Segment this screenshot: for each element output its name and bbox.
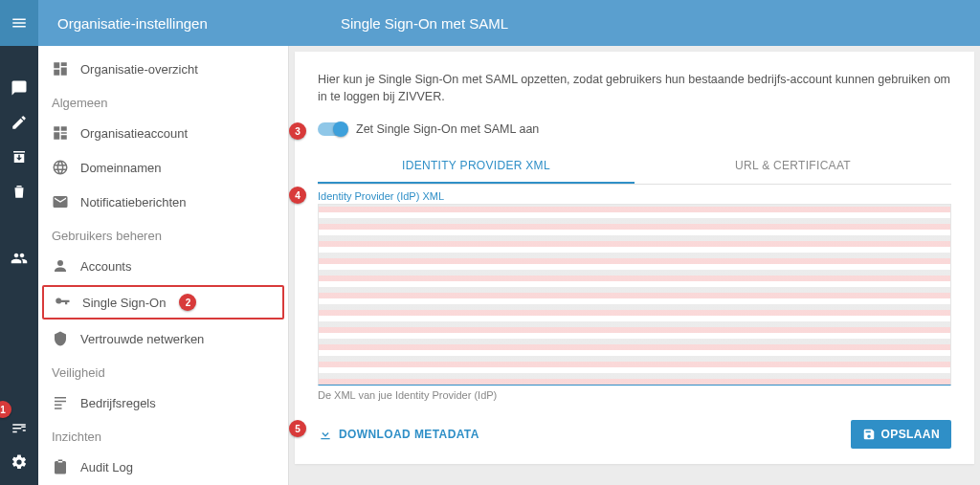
save-button[interactable]: OPSLAAN xyxy=(851,420,951,449)
key-icon xyxy=(54,294,71,311)
person-icon xyxy=(52,257,69,275)
settings-sidebar: Organisatie-overzicht Algemeen Organisat… xyxy=(38,46,289,485)
org-icon xyxy=(52,124,69,142)
download-icon xyxy=(318,427,333,442)
sidebar-item-label: Audit Log xyxy=(80,460,133,474)
save-icon xyxy=(862,428,876,441)
header-right-title: Single Sign-On met SAML xyxy=(322,15,965,32)
rail-tune[interactable]: 1 xyxy=(0,410,38,445)
sidebar-group-insights: Inzichten xyxy=(38,420,288,450)
sso-toggle[interactable] xyxy=(318,122,346,136)
download-label: DOWNLOAD METADATA xyxy=(339,428,479,441)
menu-icon xyxy=(11,14,28,32)
xml-hint: De XML van jue Identity Provider (IdP) xyxy=(318,389,951,401)
rail-settings[interactable] xyxy=(0,445,38,479)
tabs: IDENTITY PROVIDER XML URL & CERTIFICAAT xyxy=(318,149,951,185)
rail-people[interactable] xyxy=(0,241,38,276)
tab-idp-xml[interactable]: IDENTITY PROVIDER XML xyxy=(318,149,635,184)
tab-url-cert[interactable]: URL & CERTIFICAAT xyxy=(635,149,951,184)
rail-compose[interactable] xyxy=(0,105,38,140)
sso-card: Hier kun je Single Sign-On met SAML opze… xyxy=(295,52,974,464)
page-header: Organisatie-instellingen Single Sign-On … xyxy=(38,0,980,46)
intro-text: Hier kun je Single Sign-On met SAML opze… xyxy=(318,71,951,105)
shield-icon xyxy=(52,330,69,347)
badge-4: 4 xyxy=(289,187,306,204)
archive-icon xyxy=(11,148,28,165)
sidebar-item-label: Organisatieaccount xyxy=(80,126,188,141)
trash-icon xyxy=(11,183,28,200)
sidebar-item-notifications[interactable]: Notificatieberichten xyxy=(38,185,288,219)
chat-icon xyxy=(11,79,28,97)
badge-2: 2 xyxy=(179,294,196,311)
badge-1: 1 xyxy=(0,401,11,418)
compose-icon xyxy=(11,114,28,131)
badge-5: 5 xyxy=(289,420,306,437)
sidebar-item-label: Organisatie-overzicht xyxy=(80,62,198,77)
clipboard-icon xyxy=(52,458,69,475)
rail-archive[interactable] xyxy=(0,140,38,174)
mail-icon xyxy=(52,193,69,210)
sidebar-item-rules[interactable]: Bedrijfsregels xyxy=(38,386,288,420)
save-label: OPSLAAN xyxy=(881,428,940,441)
sidebar-group-general: Algemeen xyxy=(38,86,288,116)
icon-rail: 1 xyxy=(0,0,38,485)
sidebar-item-networks[interactable]: Vertrouwde netwerken xyxy=(38,321,288,356)
toggle-label: Zet Single Sign-On met SAML aan xyxy=(356,122,539,136)
badge-3: 3 xyxy=(289,122,306,140)
sidebar-item-accounts[interactable]: Accounts xyxy=(38,249,288,283)
sidebar-item-label: Notificatieberichten xyxy=(80,195,187,209)
gear-icon xyxy=(11,453,28,471)
dashboard-icon xyxy=(52,60,69,77)
sidebar-item-auditlog[interactable]: Audit Log xyxy=(38,450,288,484)
hamburger-button[interactable] xyxy=(0,0,38,46)
xml-field-label: Identity Provider (IdP) XML xyxy=(318,190,951,202)
sidebar-item-domains[interactable]: Domeinnamen xyxy=(38,150,288,185)
sidebar-item-label: Accounts xyxy=(80,259,131,274)
sidebar-item-label: Single Sign-On xyxy=(82,296,166,310)
sidebar-item-label: Domeinnamen xyxy=(80,161,162,175)
rail-chat[interactable] xyxy=(0,71,38,105)
rail-trash[interactable] xyxy=(0,174,38,209)
content-area: Hier kun je Single Sign-On met SAML opze… xyxy=(289,46,980,485)
globe-icon xyxy=(52,159,69,176)
sidebar-item-label: Bedrijfsregels xyxy=(80,396,156,410)
sidebar-item-orgaccount[interactable]: Organisatieaccount xyxy=(38,116,288,150)
people-icon xyxy=(11,250,28,267)
sidebar-group-security: Veiligheid xyxy=(38,356,288,386)
header-left-title: Organisatie-instellingen xyxy=(54,15,322,32)
sidebar-item-overview[interactable]: Organisatie-overzicht xyxy=(38,52,288,86)
sidebar-item-label: Vertrouwde netwerken xyxy=(80,332,204,346)
download-metadata-link[interactable]: DOWNLOAD METADATA xyxy=(318,427,479,442)
sidebar-group-users: Gebruikers beheren xyxy=(38,219,288,249)
sidebar-item-sso[interactable]: Single Sign-On 2 xyxy=(42,285,284,320)
rules-icon xyxy=(52,394,69,411)
tune-icon xyxy=(11,419,28,436)
idp-xml-textarea[interactable] xyxy=(318,204,951,386)
